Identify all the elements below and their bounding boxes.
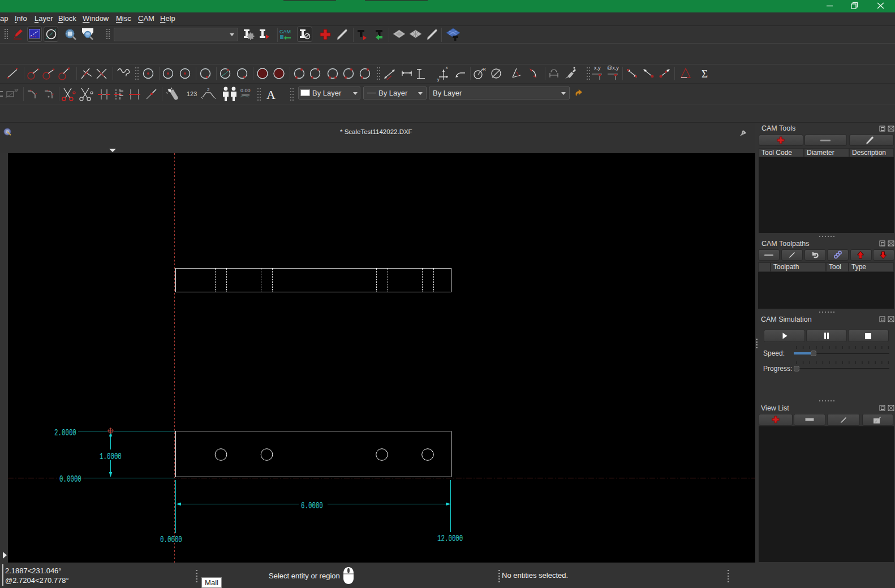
svg-text:123: 123 (187, 90, 197, 97)
svg-text:@x,y: @x,y (607, 65, 619, 71)
svg-text:Σ: Σ (702, 68, 708, 80)
svg-text:6.0000: 6.0000 (301, 501, 323, 511)
svg-text:12.0000: 12.0000 (437, 534, 463, 544)
svg-text:0.0000: 0.0000 (59, 474, 81, 485)
svg-text:A: A (266, 88, 276, 102)
svg-text:R: R (483, 67, 486, 72)
svg-text:y: y (437, 77, 440, 82)
svg-text:1.0000: 1.0000 (100, 452, 122, 462)
svg-text:0.00: 0.00 (240, 88, 251, 93)
svg-text:2: 2 (207, 87, 210, 92)
svg-text:0.0000: 0.0000 (160, 535, 182, 545)
svg-text:x: x (446, 66, 448, 70)
svg-text:x,y: x,y (594, 65, 601, 71)
svg-text:2.0000: 2.0000 (54, 428, 76, 438)
